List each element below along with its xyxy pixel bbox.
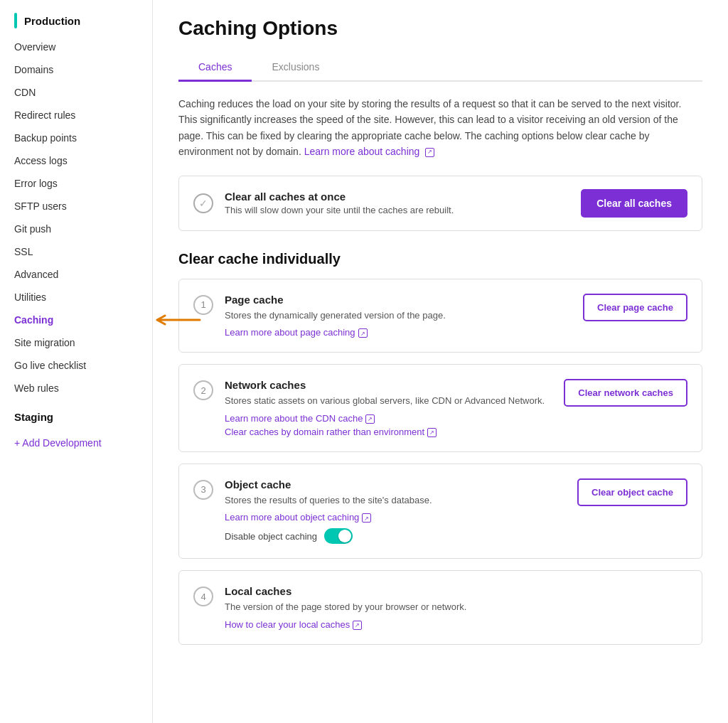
- sidebar-item-utilities[interactable]: Utilities: [0, 286, 152, 309]
- main-content: Caching Options Caches Exclusions Cachin…: [153, 0, 728, 723]
- cache-number-4: 4: [193, 587, 213, 606]
- clear-all-card: ✓ Clear all caches at once This will slo…: [178, 176, 702, 231]
- cache-title-3: Local caches: [225, 585, 676, 597]
- sidebar-item-caching[interactable]: Caching: [0, 309, 152, 331]
- sidebar-item-cdn[interactable]: CDN: [0, 81, 152, 104]
- cache-cards: 1Page cacheStores the dynamically genera…: [178, 279, 702, 645]
- clear-cache-button-2[interactable]: Clear object cache: [577, 478, 687, 506]
- cache-info-3: Local cachesThe version of the page stor…: [225, 585, 676, 630]
- cache-link-1[interactable]: Learn more about the CDN cache: [225, 413, 375, 424]
- tabs-container: Caches Exclusions: [178, 54, 702, 82]
- sidebar-item-site-migration[interactable]: Site migration: [0, 331, 152, 354]
- learn-more-caching-link[interactable]: Learn more about caching: [304, 146, 435, 157]
- sidebar-item-redirect-rules[interactable]: Redirect rules: [0, 104, 152, 127]
- cache-info-1: Network cachesStores static assets on va…: [225, 379, 552, 437]
- cache-action-2: Clear object cache: [577, 478, 687, 506]
- page-description: Caching reduces the load on your site by…: [178, 96, 702, 160]
- page-title: Caching Options: [178, 17, 702, 40]
- accent-bar: [14, 13, 17, 28]
- cache-link-3[interactable]: How to clear your local caches: [225, 619, 362, 630]
- clear-all-title: Clear all caches at once: [225, 191, 569, 203]
- cache-title-0: Page cache: [225, 294, 572, 306]
- cache-card-3: 3Object cacheStores the results of queri…: [178, 464, 702, 559]
- cache-action-1: Clear network caches: [564, 379, 687, 407]
- clear-cache-button-1[interactable]: Clear network caches: [564, 379, 687, 407]
- cache-card-1: 1Page cacheStores the dynamically genera…: [178, 279, 702, 353]
- sidebar-nav: OverviewDomainsCDNRedirect rulesBackup p…: [0, 36, 152, 400]
- cache-action-0: Clear page cache: [583, 294, 687, 321]
- production-section: Production: [0, 0, 152, 36]
- sidebar: Production OverviewDomainsCDNRedirect ru…: [0, 0, 153, 723]
- cache-card-4: 4Local cachesThe version of the page sto…: [178, 570, 702, 645]
- app-layout: Production OverviewDomainsCDNRedirect ru…: [0, 0, 728, 723]
- cache-title-1: Network caches: [225, 379, 552, 391]
- cache-info-0: Page cacheStores the dynamically generat…: [225, 294, 572, 338]
- cache-card-2: 2Network cachesStores static assets on v…: [178, 364, 702, 452]
- cache-number-3: 3: [193, 480, 213, 500]
- cache-link-2[interactable]: Learn more about object caching: [225, 512, 371, 523]
- object-cache-toggle[interactable]: [324, 528, 353, 544]
- sidebar-item-git-push[interactable]: Git push: [0, 218, 152, 240]
- cache-number-2: 2: [193, 380, 213, 400]
- external-link-icon-1: [365, 414, 375, 424]
- sidebar-item-advanced[interactable]: Advanced: [0, 263, 152, 286]
- sidebar-item-ssl[interactable]: SSL: [0, 240, 152, 263]
- staging-section-label: Staging: [0, 400, 152, 429]
- clear-all-subtitle: This will slow down your site until the …: [225, 205, 454, 215]
- sidebar-item-web-rules[interactable]: Web rules: [0, 377, 152, 400]
- individual-section-heading: Clear cache individually: [178, 251, 702, 267]
- cache-desc-2: Stores the results of queries to the sit…: [225, 493, 566, 508]
- external-link-icon: [425, 148, 434, 157]
- toggle-row-2: Disable object caching: [225, 528, 566, 544]
- cache-title-2: Object cache: [225, 478, 566, 491]
- toggle-label-2: Disable object caching: [225, 531, 317, 542]
- clear-all-button[interactable]: Clear all caches: [581, 189, 687, 218]
- sidebar-item-go-live-checklist[interactable]: Go live checklist: [0, 354, 152, 377]
- tab-caches[interactable]: Caches: [178, 54, 252, 82]
- cache-desc-0: Stores the dynamically generated version…: [225, 309, 572, 323]
- sidebar-item-overview[interactable]: Overview: [0, 36, 152, 58]
- cache-link2-1[interactable]: Clear caches by domain rather than envir…: [225, 427, 437, 437]
- sidebar-item-sftp-users[interactable]: SFTP users: [0, 195, 152, 218]
- cache-link-0[interactable]: Learn more about page caching: [225, 327, 368, 338]
- sidebar-item-error-logs[interactable]: Error logs: [0, 172, 152, 195]
- add-development-button[interactable]: + Add Development: [0, 429, 152, 457]
- production-label: Production: [24, 15, 80, 27]
- cache-desc-3: The version of the page stored by your b…: [225, 600, 676, 614]
- cache-info-2: Object cacheStores the results of querie…: [225, 478, 566, 545]
- sidebar-item-domains[interactable]: Domains: [0, 58, 152, 81]
- check-icon: ✓: [193, 193, 213, 213]
- clear-cache-button-0[interactable]: Clear page cache: [583, 294, 687, 321]
- toggle-knob: [338, 530, 351, 542]
- caching-arrow-icon: [154, 311, 203, 328]
- external-link-icon-0: [358, 328, 368, 338]
- clear-all-text: Clear all caches at once This will slow …: [225, 191, 569, 215]
- external-link-icon-3: [353, 621, 362, 630]
- tab-exclusions[interactable]: Exclusions: [252, 54, 339, 82]
- cache-desc-1: Stores static assets on various global s…: [225, 394, 552, 408]
- external-link-icon-2: [362, 513, 371, 523]
- sidebar-item-access-logs[interactable]: Access logs: [0, 149, 152, 172]
- sidebar-item-backup-points[interactable]: Backup points: [0, 127, 152, 149]
- external-link-icon2-1: [427, 428, 437, 437]
